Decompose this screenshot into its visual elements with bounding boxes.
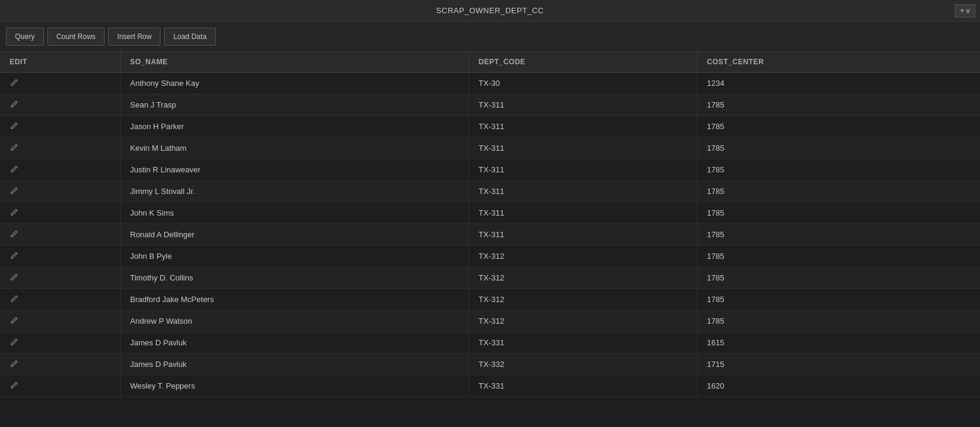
dept-code-cell: TX-312 [469, 310, 697, 332]
col-header-cost-center: COST_CENTER [697, 52, 980, 73]
table-row: Timothy D. CollinsTX-3121785 [0, 267, 980, 289]
title-bar: SCRAP_OWNER_DEPT_CC + v [0, 0, 980, 22]
table-row: Kevin M LathamTX-3111785 [0, 138, 980, 159]
so-name-cell: Wesley T. Peppers [120, 375, 469, 397]
so-name-cell: James D Pavluk [120, 332, 469, 354]
dept-code-cell: TX-311 [469, 138, 697, 159]
so-name-cell: Timothy D. Collins [120, 267, 469, 289]
edit-icon[interactable] [10, 121, 19, 130]
so-name-cell: Jason H Parker [120, 116, 469, 138]
query-button[interactable]: Query [6, 28, 44, 46]
table-row: John B PyleTX-3121785 [0, 246, 980, 267]
cost-center-cell: 1785 [697, 116, 980, 138]
so-name-cell: James D Pavluk [120, 354, 469, 375]
cost-center-cell: 1785 [697, 202, 980, 224]
add-tab-button[interactable]: + v [955, 4, 975, 17]
cost-center-cell: 1785 [697, 159, 980, 181]
so-name-cell: Anthony Shane Kay [120, 73, 469, 94]
dept-code-cell: TX-312 [469, 246, 697, 267]
table-row: Justin R LinaweaverTX-3111785 [0, 159, 980, 181]
table-row: John K SimsTX-3111785 [0, 202, 980, 224]
cost-center-cell: 1785 [697, 138, 980, 159]
so-name-cell: Andrew P Watson [120, 310, 469, 332]
table-row: James D PavlukTX-3321715 [0, 354, 980, 375]
table-row: Bradford Jake McPetersTX-3121785 [0, 289, 980, 310]
cost-center-cell: 1785 [697, 181, 980, 202]
edit-cell[interactable] [0, 202, 120, 224]
dept-code-cell: TX-331 [469, 375, 697, 397]
edit-icon[interactable] [10, 294, 19, 303]
data-table: EDIT SO_NAME DEPT_CODE COST_CENTER Antho… [0, 52, 980, 397]
edit-icon[interactable] [10, 359, 19, 368]
so-name-cell: Bradford Jake McPeters [120, 289, 469, 310]
edit-cell[interactable] [0, 375, 120, 397]
table-row: James D PavlukTX-3311615 [0, 332, 980, 354]
edit-cell[interactable] [0, 289, 120, 310]
edit-icon[interactable] [10, 251, 19, 260]
cost-center-cell: 1785 [697, 310, 980, 332]
edit-cell[interactable] [0, 181, 120, 202]
dept-code-cell: TX-312 [469, 267, 697, 289]
edit-cell[interactable] [0, 354, 120, 375]
toolbar: Query Count Rows Insert Row Load Data [0, 22, 980, 52]
edit-icon[interactable] [10, 165, 19, 174]
table-container: EDIT SO_NAME DEPT_CODE COST_CENTER Antho… [0, 52, 980, 397]
edit-cell[interactable] [0, 73, 120, 94]
cost-center-cell: 1785 [697, 289, 980, 310]
edit-cell[interactable] [0, 159, 120, 181]
dept-code-cell: TX-30 [469, 73, 697, 94]
cost-center-cell: 1715 [697, 354, 980, 375]
cost-center-cell: 1785 [697, 94, 980, 116]
window-title: SCRAP_OWNER_DEPT_CC [436, 6, 544, 15]
table-row: Andrew P WatsonTX-3121785 [0, 310, 980, 332]
so-name-cell: Kevin M Latham [120, 138, 469, 159]
cost-center-cell: 1620 [697, 375, 980, 397]
dept-code-cell: TX-312 [469, 289, 697, 310]
cost-center-cell: 1785 [697, 246, 980, 267]
edit-icon[interactable] [10, 316, 19, 325]
dept-code-cell: TX-332 [469, 354, 697, 375]
table-row: Jason H ParkerTX-3111785 [0, 116, 980, 138]
edit-cell[interactable] [0, 246, 120, 267]
edit-icon[interactable] [10, 186, 19, 195]
edit-cell[interactable] [0, 116, 120, 138]
dept-code-cell: TX-311 [469, 116, 697, 138]
cost-center-cell: 1785 [697, 267, 980, 289]
edit-icon[interactable] [10, 208, 19, 217]
so-name-cell: Ronald A Dellinger [120, 224, 469, 246]
edit-icon[interactable] [10, 273, 19, 282]
table-row: Jimmy L Stovall Jr.TX-3111785 [0, 181, 980, 202]
load-data-button[interactable]: Load Data [164, 28, 215, 46]
count-rows-button[interactable]: Count Rows [47, 28, 105, 46]
col-header-so-name: SO_NAME [120, 52, 469, 73]
edit-icon[interactable] [10, 338, 19, 347]
dept-code-cell: TX-311 [469, 224, 697, 246]
edit-cell[interactable] [0, 138, 120, 159]
dept-code-cell: TX-311 [469, 94, 697, 116]
edit-cell[interactable] [0, 94, 120, 116]
so-name-cell: Jimmy L Stovall Jr. [120, 181, 469, 202]
table-row: Ronald A DellingerTX-3111785 [0, 224, 980, 246]
insert-row-button[interactable]: Insert Row [108, 28, 160, 46]
edit-cell[interactable] [0, 267, 120, 289]
dept-code-cell: TX-331 [469, 332, 697, 354]
edit-icon[interactable] [10, 229, 19, 238]
edit-cell[interactable] [0, 224, 120, 246]
edit-icon[interactable] [10, 100, 19, 109]
edit-icon[interactable] [10, 78, 19, 87]
table-header-row: EDIT SO_NAME DEPT_CODE COST_CENTER [0, 52, 980, 73]
col-header-dept-code: DEPT_CODE [469, 52, 697, 73]
edit-cell[interactable] [0, 310, 120, 332]
cost-center-cell: 1615 [697, 332, 980, 354]
cost-center-cell: 1234 [697, 73, 980, 94]
so-name-cell: Sean J Trasp [120, 94, 469, 116]
dept-code-cell: TX-311 [469, 181, 697, 202]
table-row: Wesley T. PeppersTX-3311620 [0, 375, 980, 397]
edit-cell[interactable] [0, 332, 120, 354]
so-name-cell: John K Sims [120, 202, 469, 224]
col-header-edit: EDIT [0, 52, 120, 73]
edit-icon[interactable] [10, 143, 19, 152]
edit-icon[interactable] [10, 381, 19, 390]
dept-code-cell: TX-311 [469, 202, 697, 224]
so-name-cell: John B Pyle [120, 246, 469, 267]
